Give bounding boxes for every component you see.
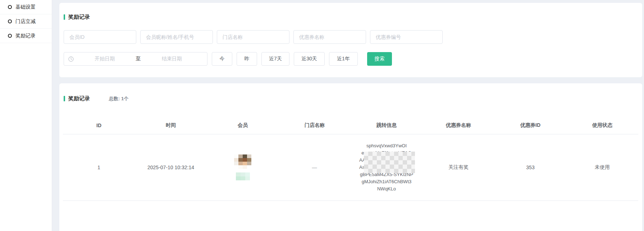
cell-store-name: — bbox=[279, 165, 351, 170]
filter-panel: 奖励记录 开始日期 至 结束日期 今 bbox=[59, 3, 642, 77]
filter-inputs-row bbox=[64, 30, 642, 44]
table-row: 1 2025-07-10 10:32:14 bbox=[63, 134, 638, 201]
table-header-jump-info: 跳转信息 bbox=[351, 122, 423, 129]
avatar-pixel bbox=[243, 162, 247, 165]
table-header-coupon-id: 优惠券ID bbox=[494, 122, 566, 129]
name-pixel bbox=[241, 176, 245, 180]
start-date-field[interactable]: 开始日期 bbox=[74, 56, 136, 62]
radio-circle-icon bbox=[8, 34, 12, 38]
blur-overlay bbox=[364, 152, 415, 173]
cell-jump-info: sphsvqVxwd3YwOI export/UzEfAgtgekIEAQ AA… bbox=[351, 142, 423, 193]
cell-coupon-name: 关注有奖 bbox=[423, 164, 494, 171]
avatar-pixel bbox=[247, 165, 251, 169]
avatar-pixel bbox=[234, 165, 238, 169]
quick-30days-button[interactable]: 近30天 bbox=[294, 52, 325, 66]
quick-1year-button[interactable]: 近1年 bbox=[329, 52, 358, 66]
jump-line: NWqKLo bbox=[359, 185, 414, 193]
radio-circle-icon bbox=[8, 19, 12, 23]
main-content: 奖励记录 开始日期 至 结束日期 今 bbox=[52, 0, 644, 231]
coupon-name-input[interactable] bbox=[293, 30, 366, 44]
cell-status: 未使用 bbox=[566, 164, 638, 171]
table-header-status: 使用状态 bbox=[566, 122, 638, 129]
table-header-member: 会员 bbox=[207, 122, 279, 129]
avatar-pixel bbox=[247, 162, 251, 165]
quick-7days-button[interactable]: 近7天 bbox=[261, 52, 289, 66]
cell-time: 2025-07-10 10:32:14 bbox=[135, 165, 207, 170]
filter-title-text: 奖励记录 bbox=[68, 14, 90, 20]
quick-today-button[interactable]: 今 bbox=[212, 52, 232, 66]
quick-yesterday-button[interactable]: 昨 bbox=[237, 52, 257, 66]
cell-id: 1 bbox=[63, 165, 135, 170]
records-panel: 奖励记录 总数: 1个 ID 时间 会员 门店名称 跳转信息 优惠券名称 优惠券… bbox=[59, 83, 642, 231]
radio-circle-icon bbox=[8, 5, 12, 9]
name-pixel bbox=[236, 176, 241, 180]
records-title-text: 奖励记录 bbox=[68, 95, 90, 102]
avatar-pixel bbox=[238, 162, 243, 165]
table-header-store-name: 门店名称 bbox=[279, 122, 351, 129]
sidebar: 基础设置 门店立减 奖励记录 bbox=[0, 0, 52, 231]
avatar-pixel bbox=[234, 154, 238, 158]
avatar-pixel bbox=[238, 158, 243, 162]
name-pixel bbox=[245, 176, 250, 180]
cell-coupon-id: 353 bbox=[494, 165, 566, 170]
sidebar-item-label: 门店立减 bbox=[15, 18, 36, 25]
name-pixel bbox=[241, 172, 245, 176]
avatar-pixel bbox=[247, 154, 251, 158]
name-pixel bbox=[245, 172, 250, 176]
records-table: ID 时间 会员 门店名称 跳转信息 优惠券名称 优惠券ID 使用状态 1 20… bbox=[63, 116, 638, 201]
table-header-coupon-name: 优惠券名称 bbox=[423, 122, 494, 129]
records-section-title: 奖励记录 总数: 1个 bbox=[64, 95, 642, 102]
member-id-input[interactable] bbox=[64, 30, 136, 44]
avatar-pixel bbox=[243, 165, 247, 169]
filter-dates-row: 开始日期 至 结束日期 今 昨 近7天 近30天 近1年 搜索 bbox=[64, 52, 642, 66]
coupon-code-input[interactable] bbox=[370, 30, 443, 44]
avatar-pixel bbox=[234, 162, 238, 165]
search-button[interactable]: 搜索 bbox=[367, 52, 392, 66]
filter-section-title: 奖励记录 bbox=[64, 14, 642, 20]
total-count: 总数: 1个 bbox=[109, 96, 128, 102]
avatar-pixel bbox=[238, 154, 243, 158]
sidebar-item-label: 奖励记录 bbox=[15, 33, 36, 39]
avatar-pixel bbox=[234, 158, 238, 162]
avatar-pixel bbox=[238, 165, 243, 169]
name-pixel bbox=[236, 172, 241, 176]
avatar-pixel bbox=[243, 158, 247, 162]
title-accent-bar bbox=[64, 96, 65, 101]
avatar-pixel bbox=[247, 158, 251, 162]
date-separator: 至 bbox=[136, 56, 141, 62]
sidebar-item-basic-settings[interactable]: 基础设置 bbox=[0, 0, 52, 14]
store-name-input[interactable] bbox=[217, 30, 289, 44]
jump-line: gMJohiZh1iAT6ChBWt3 bbox=[359, 178, 414, 185]
end-date-field[interactable]: 结束日期 bbox=[141, 56, 203, 62]
member-avatar bbox=[234, 154, 251, 169]
sidebar-item-reward-records[interactable]: 奖励记录 bbox=[0, 29, 52, 43]
title-accent-bar bbox=[64, 14, 65, 20]
table-header-id: ID bbox=[63, 123, 135, 128]
cell-member bbox=[207, 154, 279, 180]
member-name-blur bbox=[236, 172, 250, 180]
sidebar-item-label: 基础设置 bbox=[15, 4, 36, 10]
table-header-row: ID 时间 会员 门店名称 跳转信息 优惠券名称 优惠券ID 使用状态 bbox=[63, 116, 638, 134]
app-window: 基础设置 门店立减 奖励记录 奖励记录 bbox=[0, 0, 644, 231]
jump-info-text: sphsvqVxwd3YwOI export/UzEfAgtgekIEAQ AA… bbox=[359, 142, 414, 193]
avatar-pixel bbox=[243, 154, 247, 158]
member-name-input[interactable] bbox=[140, 30, 213, 44]
sidebar-item-store-discount[interactable]: 门店立减 bbox=[0, 14, 52, 29]
jump-line: sphsvqVxwd3YwOI bbox=[359, 142, 414, 149]
date-range-picker[interactable]: 开始日期 至 结束日期 bbox=[64, 52, 207, 66]
clock-icon bbox=[68, 56, 74, 62]
table-header-time: 时间 bbox=[135, 122, 207, 129]
